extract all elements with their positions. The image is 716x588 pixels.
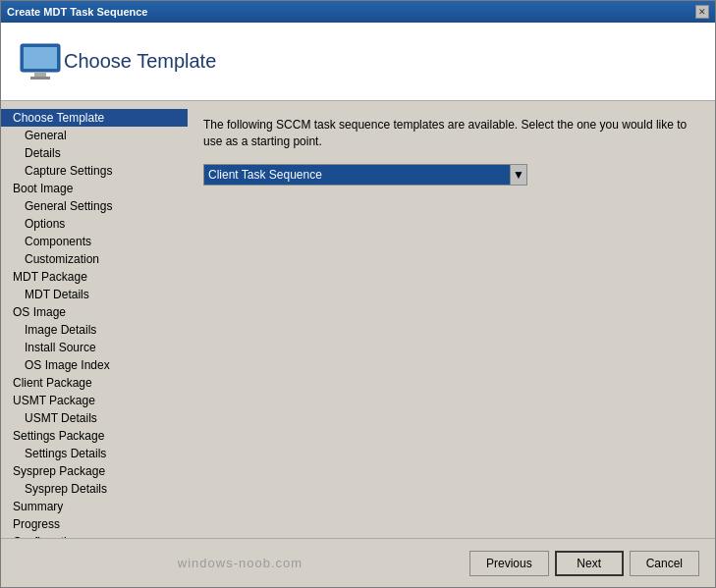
sidebar-item-summary[interactable]: Summary: [1, 498, 188, 515]
sidebar-item-sysprep-details[interactable]: Sysprep Details: [1, 480, 188, 498]
sidebar-item-details[interactable]: Details: [1, 144, 188, 162]
window-title: Create MDT Task Sequence: [7, 6, 147, 18]
sidebar-item-settings-package[interactable]: Settings Package: [1, 427, 188, 445]
page-title: Choose Template: [64, 50, 216, 73]
sidebar-item-components[interactable]: Components: [1, 233, 188, 250]
sidebar-item-customization[interactable]: Customization: [1, 250, 188, 268]
computer-icon: [17, 38, 64, 85]
cancel-button[interactable]: Cancel: [630, 551, 699, 576]
sidebar-item-os-image-index[interactable]: OS Image Index: [1, 356, 188, 374]
sidebar-item-usmt-package[interactable]: USMT Package: [1, 392, 188, 409]
next-button[interactable]: Next: [555, 551, 624, 576]
sidebar-item-capture-settings[interactable]: Capture Settings: [1, 162, 188, 180]
sidebar-item-usmt-details[interactable]: USMT Details: [1, 409, 188, 427]
main-panel: The following SCCM task sequence templat…: [188, 101, 715, 538]
description-text: The following SCCM task sequence templat…: [203, 117, 699, 150]
sidebar-item-os-image[interactable]: OS Image: [1, 303, 188, 321]
footer-area: windows-noob.com Previous Next Cancel: [1, 538, 715, 587]
header-area: Choose Template: [1, 23, 715, 101]
sidebar-item-client-package[interactable]: Client Package: [1, 374, 188, 392]
close-button[interactable]: ✕: [695, 5, 709, 19]
previous-button[interactable]: Previous: [469, 551, 549, 576]
sidebar-item-mdt-details[interactable]: MDT Details: [1, 286, 188, 303]
main-content: The following SCCM task sequence templat…: [203, 117, 699, 522]
sidebar-item-general-settings[interactable]: General Settings: [1, 197, 188, 215]
sidebar-item-mdt-package[interactable]: MDT Package: [1, 268, 188, 286]
sidebar-item-general[interactable]: General: [1, 127, 188, 144]
main-window: Create MDT Task Sequence ✕ Choose Templa…: [0, 0, 716, 588]
svg-rect-2: [34, 72, 46, 77]
sidebar-item-image-details[interactable]: Image Details: [1, 321, 188, 339]
sidebar-item-install-source[interactable]: Install Source: [1, 339, 188, 356]
title-bar: Create MDT Task Sequence ✕: [1, 1, 715, 23]
sidebar: Choose Template General Details Capture …: [1, 101, 188, 538]
content-area: Choose Template General Details Capture …: [1, 101, 715, 538]
template-dropdown[interactable]: Client Task Sequence: [203, 164, 518, 186]
sidebar-item-settings-details[interactable]: Settings Details: [1, 445, 188, 462]
sidebar-item-boot-image[interactable]: Boot Image: [1, 180, 188, 197]
svg-rect-1: [24, 47, 57, 69]
sidebar-item-options[interactable]: Options: [1, 215, 188, 233]
sidebar-item-progress[interactable]: Progress: [1, 515, 188, 533]
sidebar-item-sysprep-package[interactable]: Sysprep Package: [1, 462, 188, 480]
watermark-text: windows-noob.com: [17, 556, 464, 570]
sidebar-item-choose-template[interactable]: Choose Template: [1, 109, 188, 127]
template-dropdown-wrapper: Client Task Sequence ▼: [203, 164, 527, 186]
svg-rect-3: [30, 77, 50, 80]
